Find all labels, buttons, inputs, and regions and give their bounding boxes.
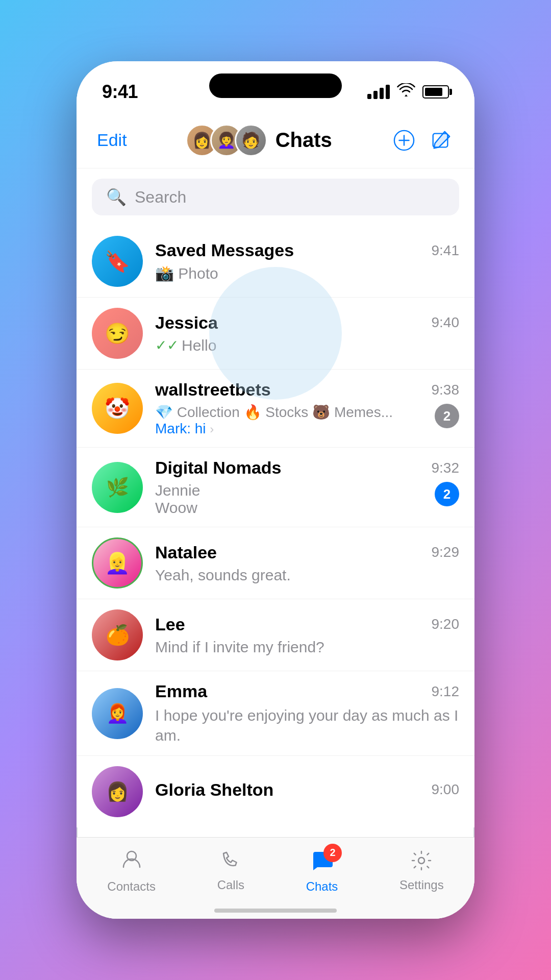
- story-avatars[interactable]: 👩 👩‍🦱 🧑: [186, 124, 267, 157]
- chat-item-natalee[interactable]: 👱‍♀️ Natalee 9:29 Yeah, sounds great.: [77, 527, 474, 599]
- avatar-wsb: 🤡: [92, 383, 143, 434]
- chat-content-nomads: Digital Nomads 9:32 Jennie Woow 2: [155, 458, 459, 517]
- chat-preview-jessica: Hello: [182, 337, 216, 354]
- avatar-gloria: 👩: [92, 766, 143, 817]
- chat-preview-saved: 📸 Photo: [155, 265, 218, 282]
- chat-name-jessica: Jessica: [155, 313, 218, 333]
- contacts-icon: [120, 848, 143, 875]
- header-center: 👩 👩‍🦱 🧑 Chats: [186, 124, 332, 157]
- chat-name-lee: Lee: [155, 615, 185, 634]
- battery-icon: [422, 85, 449, 99]
- unread-badge-wsb: 2: [435, 404, 459, 428]
- search-bar[interactable]: 🔍 Search: [92, 179, 459, 215]
- phone-frame: 9:41 Edit: [77, 61, 474, 919]
- chat-time-natalee: 9:29: [432, 544, 460, 560]
- chat-content-saved: Saved Messages 9:41 📸 Photo: [155, 240, 459, 282]
- chat-time-gloria: 9:00: [432, 781, 460, 798]
- status-icons: [367, 83, 449, 101]
- nav-chats[interactable]: 2 Chats: [306, 848, 338, 894]
- chat-name-wsb: wallstreetbets: [155, 380, 271, 400]
- chat-list: 🔖 Saved Messages 9:41 📸 Photo 😏 Jessica …: [77, 226, 474, 827]
- chat-name-gloria: Gloria Shelton: [155, 780, 273, 800]
- signal-icon: [367, 85, 390, 99]
- calls-label: Calls: [217, 878, 244, 892]
- chat-time-saved: 9:41: [432, 242, 460, 259]
- chats-label: Chats: [306, 879, 338, 894]
- compose-button[interactable]: [428, 127, 454, 154]
- chat-content-jessica: Jessica 9:40 ✓✓ Hello: [155, 313, 459, 354]
- nav-contacts[interactable]: Contacts: [107, 848, 156, 894]
- status-time: 9:41: [102, 81, 138, 103]
- chat-name-emma: Emma: [155, 681, 207, 701]
- chat-preview-wsb-2: Mark: hi ›: [155, 421, 393, 437]
- page-title: Chats: [276, 129, 332, 152]
- chat-time-nomads: 9:32: [432, 460, 460, 476]
- chat-content-emma: Emma 9:12 I hope you're enjoying your da…: [155, 681, 459, 745]
- contacts-label: Contacts: [107, 879, 156, 894]
- chats-badge: 2: [323, 844, 342, 862]
- chat-time-emma: 9:12: [432, 683, 460, 700]
- chats-icon: [309, 866, 335, 875]
- chat-preview-wsb-1: 💎 Collection 🔥 Stocks 🐻 Memes...: [155, 404, 393, 421]
- chat-item-gloria[interactable]: 👩 Gloria Shelton 9:00: [77, 756, 474, 827]
- chat-item-lee[interactable]: 🍊 Lee 9:20 Mind if I invite my friend?: [77, 599, 474, 671]
- search-input[interactable]: Search: [135, 188, 186, 207]
- unread-badge-nomads: 2: [435, 482, 459, 506]
- chat-preview-lee: Mind if I invite my friend?: [155, 639, 324, 655]
- chat-time-lee: 9:20: [432, 616, 460, 632]
- chat-time-wsb: 9:38: [432, 382, 460, 398]
- chat-item-saved[interactable]: 🔖 Saved Messages 9:41 📸 Photo: [77, 226, 474, 298]
- nav-settings[interactable]: Settings: [399, 849, 444, 892]
- settings-label: Settings: [399, 878, 444, 892]
- avatar-natalee: 👱‍♀️: [92, 537, 143, 589]
- search-icon: 🔍: [106, 187, 127, 207]
- chat-item-wsb[interactable]: 🤡 wallstreetbets 9:38 💎 Collection 🔥 Sto…: [77, 370, 474, 448]
- chat-content-wsb: wallstreetbets 9:38 💎 Collection 🔥 Stock…: [155, 380, 459, 437]
- svg-point-5: [418, 857, 424, 864]
- chat-name-saved: Saved Messages: [155, 240, 294, 260]
- avatar-jessica: 😏: [92, 308, 143, 359]
- chat-time-jessica: 9:40: [432, 314, 460, 331]
- chat-item-nomads[interactable]: 🌿 Digital Nomads 9:32 Jennie Woow 2: [77, 448, 474, 527]
- header-actions: [391, 127, 454, 154]
- avatar-saved: 🔖: [92, 236, 143, 287]
- add-chat-button[interactable]: [391, 127, 417, 154]
- edit-button[interactable]: Edit: [97, 130, 127, 150]
- chat-preview-emma: I hope you're enjoying your day as much …: [155, 707, 458, 744]
- chat-content-natalee: Natalee 9:29 Yeah, sounds great.: [155, 543, 459, 584]
- dynamic-island: [209, 74, 342, 98]
- chat-preview-nomads-2: Woow: [155, 499, 200, 517]
- avatar-nomads: 🌿: [92, 462, 143, 513]
- home-indicator: [214, 909, 337, 913]
- settings-icon: [410, 849, 433, 874]
- chat-item-jessica[interactable]: 😏 Jessica 9:40 ✓✓ Hello: [77, 298, 474, 370]
- chat-item-emma[interactable]: 👩‍🦰 Emma 9:12 I hope you're enjoying you…: [77, 671, 474, 756]
- calls-icon: [219, 849, 242, 874]
- header: Edit 👩 👩‍🦱 🧑 Chats: [77, 112, 474, 168]
- chat-preview-natalee: Yeah, sounds great.: [155, 567, 291, 583]
- avatar-emma: 👩‍🦰: [92, 688, 143, 739]
- story-avatar-3[interactable]: 🧑: [235, 124, 267, 157]
- chat-name-natalee: Natalee: [155, 543, 217, 562]
- nav-calls[interactable]: Calls: [217, 849, 244, 892]
- search-container: 🔍 Search: [77, 168, 474, 226]
- avatar-lee: 🍊: [92, 609, 143, 660]
- chat-content-gloria: Gloria Shelton 9:00: [155, 780, 459, 804]
- chat-name-nomads: Digital Nomads: [155, 458, 281, 478]
- double-check-jessica: ✓✓: [155, 337, 179, 354]
- bottom-nav: Contacts Calls 2 Chats: [77, 837, 474, 919]
- wifi-icon: [397, 83, 415, 101]
- chat-content-lee: Lee 9:20 Mind if I invite my friend?: [155, 615, 459, 656]
- chat-preview-nomads-1: Jennie: [155, 482, 200, 499]
